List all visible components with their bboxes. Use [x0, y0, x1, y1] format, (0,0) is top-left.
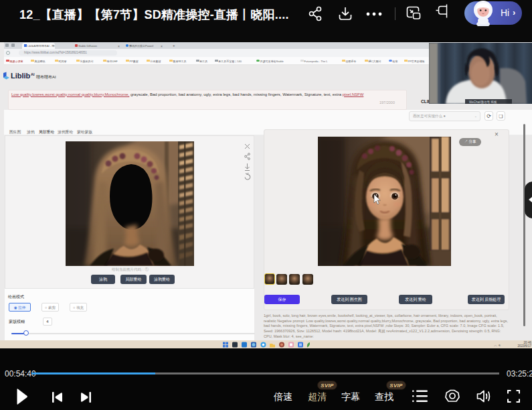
- svg-text:哩布哩布AI: 哩布哩布AI: [36, 75, 56, 79]
- svg-text:WeChat/微信号 视频: WeChat/微信号 视频: [469, 100, 497, 104]
- svg-text:AI: AI: [31, 72, 35, 76]
- svg-text:Liblib: Liblib: [11, 72, 31, 80]
